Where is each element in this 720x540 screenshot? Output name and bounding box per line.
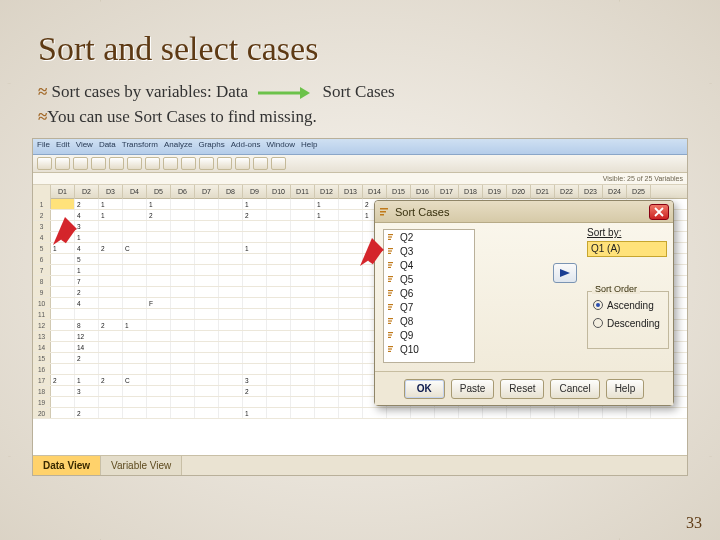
menu-help[interactable]: Help — [301, 140, 317, 153]
column-header[interactable]: D18 — [459, 185, 483, 199]
cell[interactable] — [195, 254, 219, 264]
cell[interactable] — [51, 342, 75, 352]
cell[interactable] — [315, 320, 339, 330]
cell[interactable] — [267, 353, 291, 363]
cell[interactable] — [291, 199, 315, 209]
cell[interactable] — [99, 221, 123, 231]
cell[interactable] — [147, 276, 171, 286]
cell[interactable] — [123, 353, 147, 363]
cell[interactable] — [171, 342, 195, 352]
cell[interactable]: 2 — [99, 243, 123, 253]
cell[interactable] — [147, 375, 171, 385]
cell[interactable] — [171, 199, 195, 209]
cell[interactable] — [195, 331, 219, 341]
column-header[interactable]: D21 — [531, 185, 555, 199]
cell[interactable] — [243, 342, 267, 352]
cell[interactable] — [171, 254, 195, 264]
cell[interactable] — [195, 199, 219, 209]
cell[interactable] — [219, 276, 243, 286]
cell[interactable] — [315, 408, 339, 418]
cell[interactable] — [99, 408, 123, 418]
cell[interactable] — [243, 309, 267, 319]
cell[interactable] — [51, 265, 75, 275]
row-number[interactable]: 7 — [33, 265, 51, 275]
cell[interactable]: 2 — [51, 375, 75, 385]
cell[interactable] — [51, 276, 75, 286]
menu-graphs[interactable]: Graphs — [198, 140, 224, 153]
cell[interactable] — [171, 276, 195, 286]
cell[interactable] — [51, 320, 75, 330]
cell[interactable] — [219, 287, 243, 297]
cell[interactable] — [291, 243, 315, 253]
cell[interactable] — [123, 342, 147, 352]
cell[interactable] — [291, 364, 315, 374]
cell[interactable] — [315, 265, 339, 275]
column-header[interactable]: D5 — [147, 185, 171, 199]
cell[interactable] — [243, 364, 267, 374]
cell[interactable] — [195, 243, 219, 253]
cell[interactable] — [219, 386, 243, 396]
cell[interactable] — [291, 320, 315, 330]
cell[interactable] — [123, 386, 147, 396]
cell[interactable] — [51, 364, 75, 374]
cell[interactable] — [291, 254, 315, 264]
cell[interactable] — [51, 254, 75, 264]
column-header[interactable]: D3 — [99, 185, 123, 199]
cell[interactable] — [243, 265, 267, 275]
cell[interactable] — [291, 287, 315, 297]
cell[interactable] — [219, 375, 243, 385]
tab-data-view[interactable]: Data View — [33, 456, 101, 476]
cell[interactable] — [243, 298, 267, 308]
cell[interactable] — [339, 364, 363, 374]
cell[interactable] — [243, 397, 267, 407]
cell[interactable] — [267, 364, 291, 374]
cell[interactable] — [291, 276, 315, 286]
cell[interactable] — [195, 353, 219, 363]
row-number[interactable]: 18 — [33, 386, 51, 396]
cell[interactable] — [339, 386, 363, 396]
column-header[interactable]: D7 — [195, 185, 219, 199]
menu-addons[interactable]: Add-ons — [231, 140, 261, 153]
close-button[interactable] — [649, 204, 669, 220]
row-number[interactable]: 15 — [33, 353, 51, 363]
toolbar-button[interactable] — [181, 157, 196, 170]
cell[interactable] — [123, 331, 147, 341]
cell[interactable] — [195, 221, 219, 231]
cell[interactable] — [123, 408, 147, 418]
cell[interactable] — [243, 331, 267, 341]
cell[interactable] — [315, 309, 339, 319]
cell[interactable] — [267, 298, 291, 308]
cell[interactable] — [555, 408, 579, 418]
cell[interactable] — [99, 364, 123, 374]
cell[interactable] — [147, 342, 171, 352]
cell[interactable] — [387, 408, 411, 418]
cell[interactable] — [171, 287, 195, 297]
cell[interactable] — [123, 254, 147, 264]
cell[interactable] — [99, 309, 123, 319]
cell[interactable]: 1 — [147, 199, 171, 209]
column-header[interactable]: D9 — [243, 185, 267, 199]
cell[interactable] — [339, 309, 363, 319]
cell[interactable] — [267, 331, 291, 341]
cell[interactable] — [339, 221, 363, 231]
cell[interactable] — [219, 342, 243, 352]
cell[interactable] — [99, 342, 123, 352]
cell[interactable] — [315, 386, 339, 396]
cell[interactable] — [627, 408, 651, 418]
cell[interactable]: 7 — [75, 276, 99, 286]
variable-item[interactable]: Q2 — [384, 230, 474, 244]
cell[interactable]: 1 — [99, 210, 123, 220]
cell[interactable] — [315, 364, 339, 374]
menu-edit[interactable]: Edit — [56, 140, 70, 153]
cell[interactable] — [123, 276, 147, 286]
cell[interactable] — [195, 397, 219, 407]
cell[interactable]: 2 — [147, 210, 171, 220]
column-header[interactable]: D24 — [603, 185, 627, 199]
cell[interactable] — [243, 276, 267, 286]
cell[interactable]: 1 — [243, 199, 267, 209]
cell[interactable] — [195, 320, 219, 330]
menu-file[interactable]: File — [37, 140, 50, 153]
row-number[interactable]: 14 — [33, 342, 51, 352]
cell[interactable] — [195, 408, 219, 418]
cell[interactable] — [291, 232, 315, 242]
